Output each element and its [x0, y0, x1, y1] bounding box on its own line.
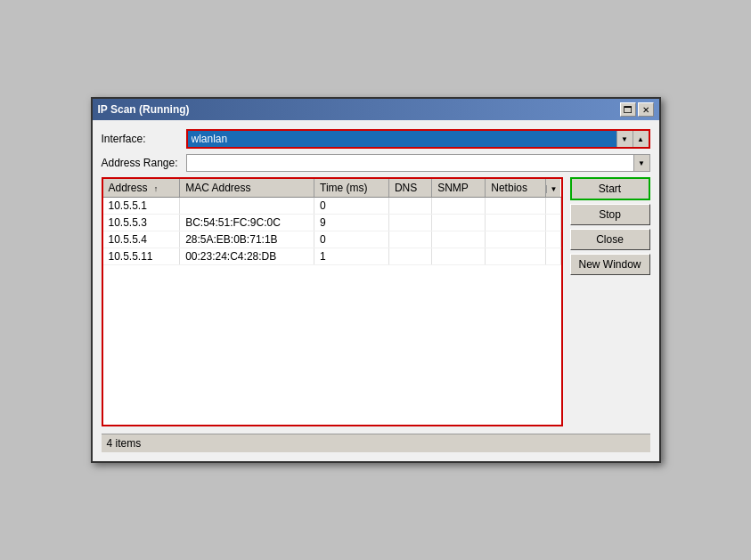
interface-row: Interface: ▼ ▲	[102, 129, 650, 149]
table-row[interactable]: 10.5.5.10	[103, 198, 561, 215]
main-window: IP Scan (Running) 🗖 ✕ Interface: ▼ ▲ Add…	[91, 97, 661, 463]
cell-extra	[546, 198, 561, 215]
table-wrapper[interactable]: Address ↑ MAC Address Time (ms) DNS SNMP…	[102, 177, 563, 426]
cell-mac: BC:54:51:FC:9C:0C	[180, 215, 314, 231]
window-body: Interface: ▼ ▲ Address Range: ▼	[93, 120, 659, 461]
title-bar: IP Scan (Running) 🗖 ✕	[93, 99, 659, 120]
col-mac[interactable]: MAC Address	[180, 179, 314, 198]
address-range-label: Address Range:	[102, 157, 186, 169]
col-options-btn[interactable]: ▼	[546, 179, 561, 198]
cell-extra	[546, 231, 561, 248]
cell-time: 0	[314, 231, 389, 248]
cell-mac	[180, 198, 314, 215]
content-area: Address ↑ MAC Address Time (ms) DNS SNMP…	[102, 177, 650, 426]
cell-extra	[546, 215, 561, 231]
buttons-section: Start Stop Close New Window	[570, 177, 650, 426]
interface-input[interactable]	[188, 131, 616, 147]
cell-snmp	[432, 248, 486, 265]
table-section: Address ↑ MAC Address Time (ms) DNS SNMP…	[102, 177, 563, 426]
col-dns[interactable]: DNS	[388, 179, 431, 198]
table-body: 10.5.5.1010.5.5.3BC:54:51:FC:9C:0C910.5.…	[103, 198, 561, 265]
results-table: Address ↑ MAC Address Time (ms) DNS SNMP…	[103, 179, 561, 265]
address-range-row: Address Range: ▼	[102, 154, 650, 172]
col-time[interactable]: Time (ms)	[314, 179, 389, 198]
cell-time: 1	[314, 248, 389, 265]
cell-mac: 28:5A:EB:0B:71:1B	[180, 231, 314, 248]
cell-snmp	[432, 215, 486, 231]
new-window-button[interactable]: New Window	[570, 254, 650, 275]
columns-dropdown-button[interactable]: ▼	[546, 185, 560, 193]
table-row[interactable]: 10.5.5.428:5A:EB:0B:71:1B0	[103, 231, 561, 248]
table-header-row: Address ↑ MAC Address Time (ms) DNS SNMP…	[103, 179, 561, 198]
cell-mac: 00:23:24:C4:28:DB	[180, 248, 314, 265]
cell-extra	[546, 248, 561, 265]
cell-dns	[388, 215, 431, 231]
cell-dns	[388, 198, 431, 215]
table-row[interactable]: 10.5.5.1100:23:24:C4:28:DB1	[103, 248, 561, 265]
stop-button[interactable]: Stop	[570, 204, 650, 225]
cell-address: 10.5.5.4	[103, 231, 180, 248]
interface-wrapper: ▼ ▲	[186, 129, 650, 149]
address-range-input[interactable]	[187, 155, 633, 171]
title-bar-controls: 🗖 ✕	[620, 102, 654, 117]
close-button[interactable]: ✕	[638, 102, 654, 117]
window-title: IP Scan (Running)	[98, 103, 190, 116]
close-dialog-button[interactable]: Close	[570, 229, 650, 250]
cell-time: 0	[314, 198, 389, 215]
cell-netbios	[486, 198, 546, 215]
start-button[interactable]: Start	[570, 177, 650, 200]
interface-label: Interface:	[102, 133, 186, 145]
cell-netbios	[486, 248, 546, 265]
address-range-wrapper: ▼	[186, 154, 650, 172]
table-row[interactable]: 10.5.5.3BC:54:51:FC:9C:0C9	[103, 215, 561, 231]
cell-snmp	[432, 198, 486, 215]
status-bar: 4 items	[102, 434, 650, 452]
cell-address: 10.5.5.1	[103, 198, 180, 215]
cell-dns	[388, 248, 431, 265]
cell-netbios	[486, 231, 546, 248]
cell-address: 10.5.5.3	[103, 215, 180, 231]
cell-time: 9	[314, 215, 389, 231]
col-netbios[interactable]: Netbios	[486, 179, 546, 198]
col-snmp[interactable]: SNMP	[432, 179, 486, 198]
interface-dropdown-button[interactable]: ▼	[616, 131, 633, 147]
cell-snmp	[432, 231, 486, 248]
col-address[interactable]: Address ↑	[103, 179, 180, 198]
cell-netbios	[486, 215, 546, 231]
status-text: 4 items	[107, 437, 142, 450]
interface-up-button[interactable]: ▲	[633, 131, 649, 147]
cell-address: 10.5.5.11	[103, 248, 180, 265]
address-range-dropdown-button[interactable]: ▼	[633, 155, 649, 171]
sort-icon: ↑	[154, 184, 159, 193]
minimize-button[interactable]: 🗖	[620, 102, 636, 117]
cell-dns	[388, 231, 431, 248]
